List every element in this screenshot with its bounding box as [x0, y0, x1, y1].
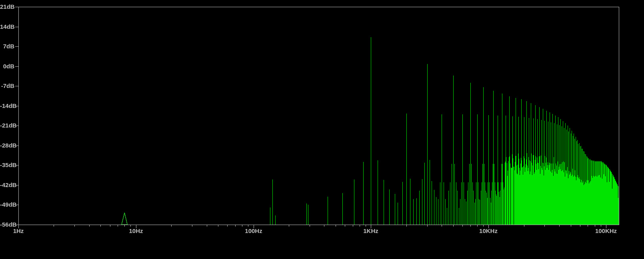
y-axis-tick-label: -49dB [0, 201, 14, 208]
y-axis-tick-label: -7dB [0, 83, 14, 89]
y-axis-tick-label: 7dB [0, 43, 14, 50]
fft-plot-canvas[interactable] [0, 0, 644, 259]
y-axis-tick-label: 14dB [0, 24, 14, 30]
x-axis-tick-label: 100KHz [595, 227, 617, 234]
y-axis-tick-label: -56dB [0, 221, 14, 228]
x-axis-tick-label: 10Hz [129, 227, 143, 234]
x-axis-tick-label: 10KHz [479, 227, 498, 234]
waveform-viewer-window: V(n003) 21dB14dB7dB0dB-7dB-14dB-21dB-28d… [0, 0, 644, 259]
y-axis-tick-label: -42dB [0, 182, 14, 188]
y-axis-tick-label: -14dB [0, 103, 14, 109]
y-axis-tick-label: 21dB [0, 4, 14, 10]
x-axis-tick-label: 1KHz [363, 227, 378, 234]
y-axis-tick-label: -35dB [0, 162, 14, 168]
y-axis-tick-label: -28dB [0, 142, 14, 149]
x-axis-tick-label: 100Hz [245, 227, 262, 234]
y-axis-tick-label: 0dB [0, 63, 14, 70]
x-axis-tick-label: 1Hz [13, 227, 24, 234]
y-axis-tick-label: -21dB [0, 122, 14, 129]
